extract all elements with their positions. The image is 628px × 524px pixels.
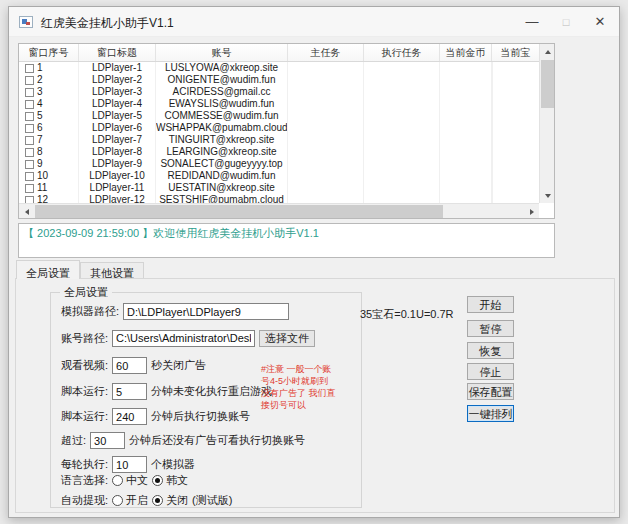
table-row[interactable]: 3LDPlayer-3ACIRDESS@gmail.cc <box>19 86 539 98</box>
row-main-task <box>288 122 364 134</box>
maximize-button[interactable]: □ <box>549 7 583 37</box>
row-exec-task <box>364 86 440 98</box>
script-switch-label: 脚本运行: <box>61 409 108 424</box>
radio-chinese[interactable]: 中文 <box>112 473 148 488</box>
row-checkbox[interactable] <box>25 172 34 181</box>
script-restart-input[interactable] <box>112 383 147 400</box>
watch-video-input[interactable] <box>112 357 147 374</box>
row-checkbox[interactable] <box>25 196 34 204</box>
row-checkbox[interactable] <box>25 184 34 193</box>
column-header[interactable]: 主任务 <box>288 44 364 61</box>
row-number: 11 <box>37 182 47 194</box>
h-scrollbar[interactable] <box>19 203 539 218</box>
save-config-button[interactable]: 保存配置 <box>467 383 514 400</box>
row-window-title: LDPlayer-6 <box>79 122 156 134</box>
row-checkbox[interactable] <box>25 64 34 73</box>
log-line: 【 2023-09-09 21:59:00 】欢迎使用红虎美金挂机小助手V1.1 <box>23 226 550 240</box>
close-button[interactable]: ✕ <box>583 7 617 37</box>
v-scrollbar[interactable] <box>539 44 554 203</box>
row-main-task <box>288 110 364 122</box>
row-window-title: LDPlayer-1 <box>79 62 156 74</box>
row-gems <box>492 98 493 110</box>
resume-button[interactable]: 恢复 <box>467 342 514 359</box>
right-arrow-icon <box>530 209 534 215</box>
row-account: SESTSHIF@pumabm.cloud <box>156 194 288 203</box>
arrange-button[interactable]: 一键排列 <box>467 405 514 422</box>
table-row[interactable]: 12LDPlayer-12SESTSHIF@pumabm.cloud <box>19 194 539 203</box>
row-account: ACIRDESS@gmail.cc <box>156 86 288 98</box>
column-header[interactable]: 窗口序号 <box>19 44 79 61</box>
scroll-left-button[interactable] <box>19 204 34 219</box>
row-coins <box>440 182 492 194</box>
row-main-task <box>288 146 364 158</box>
scroll-up-button[interactable] <box>540 44 555 59</box>
row-number: 10 <box>37 170 48 182</box>
timeout-input[interactable] <box>90 432 125 449</box>
script-switch-input[interactable] <box>112 408 147 425</box>
column-header[interactable]: 窗口标题 <box>79 44 156 61</box>
table-row[interactable]: 2LDPlayer-2ONIGENTE@wudim.fun <box>19 74 539 86</box>
column-header[interactable]: 账号 <box>156 44 288 61</box>
stop-button[interactable]: 停止 <box>467 363 514 380</box>
table-row[interactable]: 11LDPlayer-11UESTATIN@xkreop.site <box>19 182 539 194</box>
radio-korean[interactable]: 韩文 <box>152 473 188 488</box>
scroll-down-button[interactable] <box>540 188 555 203</box>
row-window-title: LDPlayer-10 <box>79 170 156 182</box>
table-row[interactable]: 4LDPlayer-4EWAYSLIS@wudim.fun <box>19 98 539 110</box>
row-checkbox[interactable] <box>25 88 34 97</box>
table-row[interactable]: 5LDPlayer-5COMMESSE@wudim.fun <box>19 110 539 122</box>
row-checkbox[interactable] <box>25 100 34 109</box>
v-scroll-thumb[interactable] <box>541 60 554 108</box>
script-restart-label: 脚本运行: <box>61 384 108 399</box>
account-path-label: 账号路径: <box>61 331 108 346</box>
log-box[interactable]: 【 2023-09-09 21:59:00 】欢迎使用红虎美金挂机小助手V1.1 <box>18 223 555 258</box>
row-gems <box>492 146 493 158</box>
row-coins <box>440 98 492 110</box>
row-checkbox[interactable] <box>25 76 34 85</box>
row-gems <box>492 110 493 122</box>
row-checkbox[interactable] <box>25 148 34 157</box>
row-gems <box>492 134 493 146</box>
row-checkbox[interactable] <box>25 124 34 133</box>
tab-global-settings[interactable]: 全局设置 <box>16 260 80 279</box>
choose-file-button[interactable]: 选择文件 <box>259 330 315 347</box>
row-coins <box>440 86 492 98</box>
tab-strip: 全局设置 其他设置 <box>16 260 144 279</box>
column-header[interactable]: 当前宝 <box>492 44 539 61</box>
watch-video-row: 观看视频: 秒关闭广告 <box>61 357 206 374</box>
start-button[interactable]: 开始 <box>467 296 514 313</box>
row-checkbox[interactable] <box>25 112 34 121</box>
per-round-input[interactable] <box>112 456 147 473</box>
account-path-row: 账号路径: 选择文件 <box>61 330 315 347</box>
row-window-title: LDPlayer-8 <box>79 146 156 158</box>
column-header[interactable]: 当前金币 <box>440 44 492 61</box>
row-checkbox[interactable] <box>25 136 34 145</box>
row-account: LEARGING@xkreop.site <box>156 146 288 158</box>
row-exec-task <box>364 134 440 146</box>
account-path-input[interactable] <box>112 330 255 347</box>
emulator-path-input[interactable] <box>123 303 289 320</box>
radio-korean-label: 韩文 <box>166 473 188 488</box>
tab-other-settings[interactable]: 其他设置 <box>80 262 144 279</box>
row-exec-task <box>364 182 440 194</box>
radio-korean-dot <box>152 475 163 486</box>
table-row[interactable]: 9LDPlayer-9SONALECT@gugeyyyy.top <box>19 158 539 170</box>
row-gems <box>492 194 493 203</box>
row-checkbox[interactable] <box>25 160 34 169</box>
table-row[interactable]: 6LDPlayer-6WSHAPPAK@pumabm.cloud <box>19 122 539 134</box>
scroll-right-button[interactable] <box>524 204 539 219</box>
table-row[interactable]: 8LDPlayer-8LEARGING@xkreop.site <box>19 146 539 158</box>
per-round-suffix: 个模拟器 <box>151 457 195 472</box>
table-row[interactable]: 10LDPlayer-10REDIDAND@wudim.fun <box>19 170 539 182</box>
minimize-button[interactable]: — <box>515 7 549 37</box>
script-restart-row: 脚本运行: 分钟未变化执行重启游戏 <box>61 383 272 400</box>
radio-withdraw-on[interactable]: 开启 <box>112 493 148 508</box>
table-row[interactable]: 7LDPlayer-7TINGUIRT@xkreop.site <box>19 134 539 146</box>
column-header[interactable]: 执行任务 <box>364 44 440 61</box>
row-coins <box>440 158 492 170</box>
row-gems <box>492 62 493 74</box>
h-scroll-thumb[interactable] <box>35 205 443 218</box>
table-row[interactable]: 1LDPlayer-1LUSLYOWA@xkreop.site <box>19 62 539 74</box>
radio-withdraw-off[interactable]: 关闭 <box>152 493 188 508</box>
pause-button[interactable]: 暂停 <box>467 320 514 337</box>
